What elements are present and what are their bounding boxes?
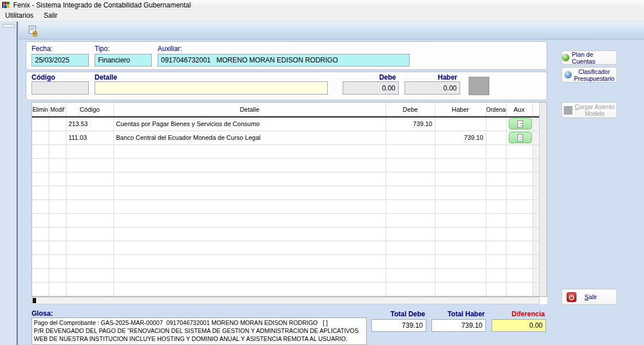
app-window: Fenix - Sistema Integrado de Contabilida… bbox=[0, 0, 644, 345]
tipo-input[interactable] bbox=[95, 54, 152, 66]
empty-row[interactable] bbox=[32, 158, 540, 172]
aux-button[interactable] bbox=[509, 118, 532, 130]
entry-row[interactable]: 213.53Cuentas por Pagar Bienes y Servici… bbox=[32, 117, 540, 131]
column-header-1: Modif bbox=[49, 103, 66, 117]
horizontal-scrollbar-thumb[interactable] bbox=[33, 298, 36, 303]
cargar-asiento-modelo-button[interactable]: Cargar Asiento Modelo bbox=[561, 102, 617, 118]
empty-row[interactable] bbox=[32, 268, 540, 282]
title-bar: Fenix - Sistema Integrado de Contabilida… bbox=[0, 0, 644, 10]
haber-input[interactable] bbox=[405, 81, 460, 95]
total-haber-label: Total Haber bbox=[431, 310, 485, 318]
column-header-3: Detalle bbox=[113, 103, 386, 117]
new-voucher-button[interactable] bbox=[26, 24, 40, 38]
tipo-label: Tipo: bbox=[95, 45, 109, 53]
empty-row[interactable] bbox=[32, 241, 540, 254]
document-coins-icon bbox=[28, 25, 39, 37]
table-body: 213.53Cuentas por Pagar Bienes y Servici… bbox=[32, 117, 540, 296]
empty-row[interactable] bbox=[32, 254, 540, 268]
column-header-2: Código bbox=[66, 103, 113, 117]
add-entry-button[interactable] bbox=[469, 77, 489, 95]
fecha-label: Fecha: bbox=[32, 45, 53, 53]
total-haber-input bbox=[431, 319, 486, 332]
column-header-4: Debe bbox=[386, 103, 435, 117]
clasificador-presupuestario-button[interactable]: Clasificador Presupuestario bbox=[561, 67, 617, 83]
toolbar bbox=[19, 22, 644, 40]
auxiliar-label: Auxiliar: bbox=[158, 45, 182, 53]
entries-table: EliminModifCódigoDetalleDebeHaberOrdenar… bbox=[32, 103, 540, 296]
plan-de-cuentas-button[interactable]: Plan de Cuentas bbox=[561, 50, 617, 65]
column-header-0: Elimin bbox=[32, 103, 49, 117]
column-header-6: Ordenar bbox=[486, 103, 506, 117]
empty-row[interactable] bbox=[32, 186, 540, 199]
debe-input[interactable] bbox=[343, 81, 399, 95]
app-logo-icon bbox=[2, 1, 10, 9]
panel-splitter-handle[interactable] bbox=[3, 24, 15, 28]
empty-row[interactable] bbox=[32, 144, 540, 158]
total-debe-input bbox=[371, 319, 426, 332]
column-header-5: Haber bbox=[435, 103, 486, 117]
gray-square-icon bbox=[564, 106, 572, 115]
codigo-label: Código bbox=[32, 73, 55, 81]
diferencia-label: Diferencia bbox=[492, 310, 545, 318]
aux-button[interactable] bbox=[509, 132, 532, 143]
entry-row[interactable]: 111.03Banco Central del Ecuador Moneda d… bbox=[32, 131, 540, 144]
power-icon bbox=[567, 292, 576, 302]
table-header-row: EliminModifCódigoDetalleDebeHaberOrdenar… bbox=[32, 103, 540, 117]
haber-label: Haber bbox=[405, 73, 460, 81]
diferencia-input bbox=[492, 319, 546, 332]
empty-row[interactable] bbox=[32, 227, 540, 241]
salir-button-label: Salir bbox=[584, 293, 597, 300]
document-icon bbox=[517, 134, 523, 142]
glosa-textarea[interactable]: Pago del Comprobante : GAS-2025-MAR-0000… bbox=[32, 317, 367, 345]
empty-row[interactable] bbox=[32, 199, 540, 213]
glosa-label: Glosa: bbox=[32, 309, 53, 317]
vertical-scrollbar[interactable] bbox=[539, 103, 547, 296]
left-panel-strip bbox=[0, 22, 18, 345]
empty-row[interactable] bbox=[32, 282, 540, 296]
clasificador-label-line2: Presupuestario bbox=[574, 75, 615, 82]
fecha-input[interactable] bbox=[32, 54, 89, 66]
plan-de-cuentas-label: Plan de Cuentas bbox=[572, 51, 616, 65]
menu-bar: Utilitarios Salir bbox=[0, 10, 644, 22]
scrollbar-corner bbox=[540, 297, 547, 304]
menu-salir[interactable]: Salir bbox=[38, 10, 62, 21]
green-sphere-icon bbox=[562, 54, 570, 61]
clasificador-label-line1: Clasificador bbox=[579, 68, 610, 75]
document-icon bbox=[517, 120, 523, 128]
detalle-label: Detalle bbox=[95, 73, 117, 81]
menu-utilitarios[interactable]: Utilitarios bbox=[0, 10, 38, 21]
codigo-input[interactable] bbox=[32, 81, 89, 95]
debe-label: Debe bbox=[343, 73, 399, 81]
total-debe-label: Total Debe bbox=[371, 310, 425, 318]
empty-row[interactable] bbox=[32, 213, 540, 227]
auxiliar-input[interactable] bbox=[158, 54, 410, 66]
horizontal-scrollbar[interactable] bbox=[32, 297, 540, 304]
cargar-asiento-label-line2: Modelo bbox=[585, 110, 604, 117]
blue-sphere-icon bbox=[564, 71, 572, 79]
window-title: Fenix - Sistema Integrado de Contabilida… bbox=[13, 1, 191, 9]
salir-button[interactable]: Salir bbox=[561, 289, 617, 305]
column-header-7: Aux bbox=[506, 103, 532, 117]
cargar-asiento-label-line1: Cargar Asiento bbox=[575, 103, 614, 110]
entries-table-wrap: EliminModifCódigoDetalleDebeHaberOrdenar… bbox=[32, 102, 547, 297]
detalle-input[interactable] bbox=[95, 81, 328, 95]
empty-row[interactable] bbox=[32, 172, 540, 186]
